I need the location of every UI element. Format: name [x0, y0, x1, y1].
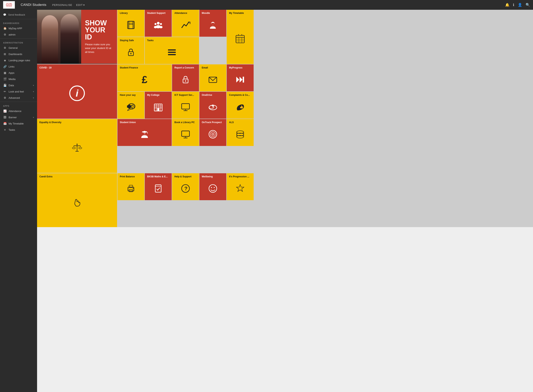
equality-tile[interactable]: Equality & Diversity [37, 119, 117, 173]
look-feel-arrow-icon: ▾ [33, 91, 34, 93]
sidebar-item-myday[interactable]: 🏠 MyDay APP [0, 25, 37, 31]
my-college-tile[interactable]: My College [145, 92, 172, 119]
top-nav: CITY ANDISLINGTONCOLLEGE CANDI Students … [0, 0, 533, 10]
info-icon[interactable]: ℹ [513, 3, 514, 7]
covid-tile[interactable]: COVID - 19 i [37, 64, 117, 119]
svg-text:?: ? [184, 186, 187, 191]
equality-icon [39, 124, 115, 171]
tasks-tile[interactable]: Tasks [145, 37, 199, 64]
banner-arrow-icon: ▾ [33, 116, 34, 118]
sidebar-item-attendance[interactable]: 📈 Attendance [0, 108, 37, 114]
edit-dropdown[interactable]: EDIT ▾ [76, 4, 85, 6]
svg-point-8 [154, 26, 157, 28]
svg-point-52 [72, 147, 75, 149]
section-administration: ADMINISTRATION [0, 39, 37, 45]
moodle-title: Moodle [202, 12, 224, 15]
sidebar-item-apps[interactable]: ▦ Apps [0, 70, 37, 76]
section-apps: APPS [0, 103, 37, 108]
svg-marker-28 [236, 77, 239, 83]
sidebar-item-media[interactable]: 🎬 Media [0, 76, 37, 82]
staying-safe-tile[interactable]: Staying Safe [117, 37, 144, 64]
report-concern-title: Report a Concern [174, 66, 197, 70]
book-library-tile[interactable]: Book a Library PC [172, 119, 199, 146]
print-balance-tile[interactable]: Print Balance [117, 173, 144, 200]
look-feel-icon: ✏ [3, 90, 7, 93]
onedrive-icon [202, 97, 224, 117]
als-tile[interactable]: ALS [227, 119, 254, 146]
report-concern-tile[interactable]: Report a Concern [172, 64, 199, 91]
sidebar-item-general[interactable]: ⚙ General [0, 45, 37, 51]
student-union-icon [120, 124, 169, 145]
student-finance-tile[interactable]: Student Finance £ [117, 64, 172, 91]
media-icon: 🎬 [3, 77, 7, 81]
have-your-say-tile[interactable]: Have your say [117, 92, 144, 119]
attendance-icon [174, 15, 197, 35]
banner-show-text: SHOW [85, 19, 113, 27]
wellbeing-icon [202, 178, 224, 199]
help-support-tile[interactable]: Help & Support ? [172, 173, 199, 200]
moodle-tile[interactable]: Moodle [199, 10, 226, 37]
its-progression-tile[interactable]: It's Progression ... [227, 173, 254, 200]
my-timetable-title: My Timetable [229, 12, 251, 15]
sidebar-item-data[interactable]: 💾 Data ▾ [0, 82, 37, 89]
complaints-tile[interactable]: Complaints & Co... 👍 [227, 92, 254, 119]
home-icon: 🏠 [3, 27, 7, 30]
svg-rect-32 [130, 105, 131, 108]
search-icon[interactable]: 🔍 [526, 3, 530, 7]
svg-rect-39 [157, 108, 159, 111]
svg-point-5 [154, 23, 157, 25]
ict-support-tile[interactable]: ICT Support Ser... [172, 92, 199, 119]
svg-point-6 [160, 23, 162, 25]
my-college-title: My College [147, 94, 169, 97]
links-icon: 🔗 [3, 65, 7, 68]
moodle-icon [202, 15, 224, 35]
sidebar-item-advanced[interactable]: ⚙ Advanced ▾ [0, 95, 37, 101]
als-icon [229, 124, 251, 145]
svg-rect-40 [182, 104, 190, 109]
myprogress-tile[interactable]: MyProgress [227, 64, 254, 91]
sidebar-item-landing-rules[interactable]: ◈ Landing page rules [0, 57, 37, 63]
library-tile[interactable]: Library [117, 10, 144, 37]
user-account-icon[interactable]: 👤 [518, 3, 522, 7]
send-feedback-item[interactable]: 💬 Send feedback [0, 11, 37, 18]
bksb-tile[interactable]: BKSB Maths & E... [145, 173, 172, 200]
email-icon [202, 70, 224, 90]
email-tile[interactable]: Email [199, 64, 226, 91]
its-progression-title: It's Progression ... [229, 175, 251, 178]
svg-marker-29 [240, 77, 242, 83]
ontrack-title: OnTrack Prospect [202, 121, 224, 124]
svg-rect-24 [168, 54, 176, 55]
apps-label: Apps [9, 71, 34, 74]
sidebar-item-admin[interactable]: ⚙ admin [0, 31, 37, 38]
student-union-tile[interactable]: Student Union [117, 119, 172, 146]
its-progression-icon [229, 178, 251, 199]
student-support-tile[interactable]: Student Support [145, 10, 172, 37]
feedback-icon: 💬 [3, 13, 6, 16]
complaints-title: Complaints & Co... [229, 94, 251, 97]
my-timetable-tile[interactable]: My Timetable [227, 10, 254, 64]
section-dashboards: DASHBOARDS [0, 20, 37, 25]
have-your-say-icon [120, 97, 142, 117]
sidebar-item-my-timetable[interactable]: 📅 My Timetable [0, 120, 37, 127]
svg-point-4 [157, 22, 160, 25]
sidebar-item-links[interactable]: 🔗 Links [0, 63, 37, 70]
personalise-link[interactable]: PERSONALISE [52, 4, 72, 6]
student-finance-title: Student Finance [120, 66, 169, 70]
banner-label: Banner [9, 116, 31, 119]
wellbeing-tile[interactable]: Wellbeing [199, 173, 226, 200]
onedrive-tile[interactable]: OneDrive [199, 92, 226, 119]
attendance-tile[interactable]: Attendance [172, 10, 199, 37]
sidebar-item-tasks[interactable]: ≡ Tasks [0, 127, 37, 133]
svg-point-54 [77, 144, 78, 145]
banner-tile[interactable]: SHOW YOUR ID Please make sure you wear y… [37, 10, 117, 64]
book-library-title: Book a Library PC [174, 121, 197, 124]
svg-rect-22 [168, 49, 176, 51]
ontrack-tile[interactable]: OnTrack Prospect [199, 119, 226, 146]
svg-rect-1 [129, 21, 134, 29]
student-finance-icon: £ [120, 70, 169, 90]
sidebar-item-dashboards[interactable]: ⊞ Dashboards [0, 51, 37, 57]
sidebar-item-banner[interactable]: 🖼 Banner ▾ [0, 114, 37, 120]
sidebar-item-look-feel[interactable]: ✏ Look and feel ▾ [0, 89, 37, 95]
candi-extra-tile[interactable]: Candi Extra [37, 173, 117, 227]
notifications-icon[interactable]: 🔔 [505, 3, 509, 7]
